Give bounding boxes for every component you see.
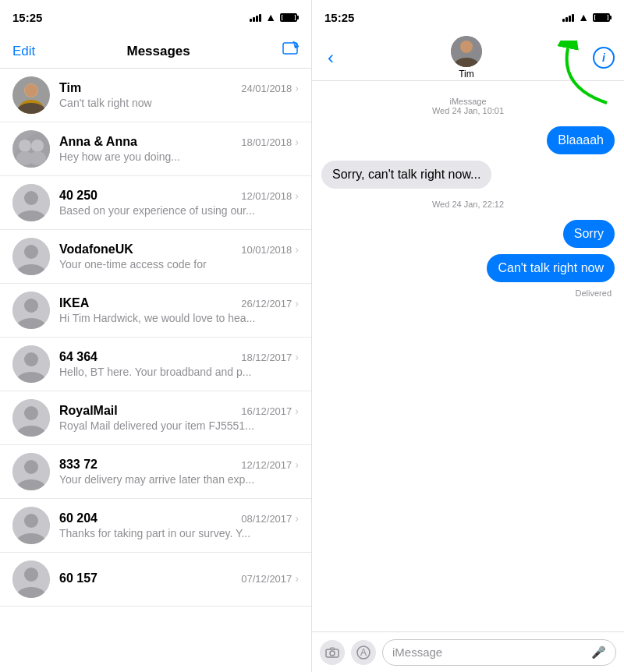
bubble-blaaaah: Blaaaah bbox=[547, 126, 615, 154]
signal-icon bbox=[250, 12, 261, 22]
status-icons-right: ▲ bbox=[562, 11, 612, 23]
contact-name-60204: 60 204 bbox=[59, 511, 98, 525]
contact-avatar bbox=[451, 36, 482, 67]
message-preview-83372: Your delivery may arrive later than exp.… bbox=[59, 473, 299, 486]
signal-icon-right bbox=[562, 12, 574, 22]
message-date-83372: 12/12/2017 › bbox=[241, 458, 299, 471]
mic-icon: 🎤 bbox=[591, 645, 606, 660]
svg-point-40 bbox=[330, 651, 335, 656]
svg-point-24 bbox=[24, 406, 38, 420]
message-input-field[interactable]: iMessage 🎤 bbox=[382, 639, 616, 666]
contact-name-royalmail: RoyalMail bbox=[59, 404, 118, 418]
svg-text:A: A bbox=[360, 647, 367, 658]
message-row-blaaaah: Blaaaah bbox=[321, 126, 615, 154]
message-content-60204: 60 204 08/12/2017 › Thanks for taking pa… bbox=[59, 511, 299, 539]
camera-button[interactable] bbox=[320, 640, 345, 665]
compose-icon[interactable] bbox=[282, 41, 299, 61]
header-date: Wed 24 Jan, 10:01 bbox=[432, 106, 504, 115]
message-content-40250: 40 250 12/01/2018 › Based on your experi… bbox=[59, 189, 299, 217]
message-item-ikea[interactable]: IKEA 26/12/2017 › Hi Tim Hardwick, we wo… bbox=[0, 284, 311, 338]
message-item-royalmail[interactable]: RoyalMail 16/12/2017 › Royal Mail delive… bbox=[0, 391, 311, 445]
bar1 bbox=[250, 19, 252, 22]
message-item-60204[interactable]: 60 204 08/12/2017 › Thanks for taking pa… bbox=[0, 499, 311, 553]
contact-name-40250: 40 250 bbox=[59, 189, 98, 203]
svg-point-30 bbox=[24, 514, 38, 528]
message-preview-40250: Based on your experience of using our... bbox=[59, 204, 299, 217]
message-content-83372: 833 72 12/12/2017 › Your delivery may ar… bbox=[59, 458, 299, 486]
avatar-64364 bbox=[12, 345, 50, 383]
message-content-royalmail: RoyalMail 16/12/2017 › Royal Mail delive… bbox=[59, 404, 299, 432]
chat-area: iMessage Wed 24 Jan, 10:01 Blaaaah Sorry… bbox=[312, 81, 624, 631]
contact-name-60157: 60 157 bbox=[59, 571, 98, 585]
battery-icon bbox=[280, 13, 299, 22]
message-date-vodafone: 10/01/2018 › bbox=[241, 243, 299, 256]
avatar-vodafone bbox=[12, 238, 50, 275]
bar2r bbox=[566, 17, 568, 22]
status-bar-left: 15:25 ▲ bbox=[0, 0, 311, 34]
contact-name-64364: 64 364 bbox=[59, 350, 98, 364]
message-preview-64364: Hello, BT here. Your broadband and p... bbox=[59, 366, 299, 378]
message-preview-royalmail: Royal Mail delivered your item FJ5551... bbox=[59, 419, 299, 432]
message-date-60204: 08/12/2017 › bbox=[241, 512, 299, 525]
bar4 bbox=[259, 14, 261, 22]
chat-header-timestamp: iMessage Wed 24 Jan, 10:01 bbox=[321, 97, 615, 115]
message-item-40250[interactable]: 40 250 12/01/2018 › Based on your experi… bbox=[0, 176, 311, 230]
message-row-cant-talk: Can't talk right now bbox=[321, 254, 615, 282]
svg-point-15 bbox=[24, 245, 38, 259]
svg-point-21 bbox=[24, 352, 38, 366]
wifi-icon-right: ▲ bbox=[578, 11, 589, 23]
message-preview-tim: Can't talk right now bbox=[59, 97, 299, 109]
message-date-anna: 18/01/2018 › bbox=[241, 136, 299, 148]
time-left: 15:25 bbox=[12, 11, 42, 24]
bar3r bbox=[569, 16, 571, 22]
message-item-83372[interactable]: 833 72 12/12/2017 › Your delivery may ar… bbox=[0, 445, 311, 499]
back-button[interactable]: ‹ bbox=[321, 44, 340, 72]
message-preview-60204: Thanks for taking part in our survey. Y.… bbox=[59, 527, 299, 539]
svg-point-10 bbox=[29, 151, 46, 165]
message-date-64364: 18/12/2017 › bbox=[241, 351, 299, 363]
bar1r bbox=[562, 19, 565, 22]
contact-info-center[interactable]: Tim bbox=[451, 36, 482, 80]
input-bar: A iMessage 🎤 bbox=[312, 631, 624, 672]
chat-mid-timestamp: Wed 24 Jan, 22:12 bbox=[321, 200, 615, 209]
message-date-40250: 12/01/2018 › bbox=[241, 189, 299, 202]
message-date-ikea: 26/12/2017 › bbox=[241, 297, 299, 309]
message-content-tim: Tim 24/01/2018 › Can't talk right now bbox=[59, 81, 299, 109]
svg-point-4 bbox=[25, 84, 37, 97]
message-date-60157: 07/12/2017 › bbox=[241, 572, 299, 585]
message-item-vodafone[interactable]: VodafoneUK 10/01/2018 › Your one-time ac… bbox=[0, 230, 311, 284]
bar2 bbox=[253, 17, 255, 22]
info-button[interactable]: i bbox=[593, 47, 615, 69]
imessage-label: iMessage bbox=[449, 97, 486, 106]
message-content-ikea: IKEA 26/12/2017 › Hi Tim Hardwick, we wo… bbox=[59, 296, 299, 324]
message-content-60157: 60 157 07/12/2017 › bbox=[59, 571, 299, 587]
svg-point-18 bbox=[24, 299, 38, 313]
avatar-anna bbox=[12, 130, 50, 168]
svg-point-9 bbox=[31, 140, 44, 152]
svg-point-33 bbox=[24, 568, 38, 582]
svg-point-7 bbox=[19, 140, 31, 152]
appstore-button[interactable]: A bbox=[351, 640, 376, 665]
contact-name-83372: 833 72 bbox=[59, 458, 98, 472]
nav-title: Messages bbox=[127, 44, 190, 59]
avatar-40250 bbox=[12, 184, 50, 221]
nav-bar-right: ‹ Tim i bbox=[312, 34, 624, 81]
bar4r bbox=[572, 14, 574, 22]
message-item-anna[interactable]: Anna & Anna 18/01/2018 › Hey how are you… bbox=[0, 122, 311, 176]
svg-point-27 bbox=[24, 460, 38, 474]
bubble-sorry-cant: Sorry, can't talk right now... bbox=[321, 161, 491, 189]
svg-rect-0 bbox=[283, 43, 297, 54]
message-date-royalmail: 16/12/2017 › bbox=[241, 405, 299, 417]
message-preview-ikea: Hi Tim Hardwick, we would love to hea... bbox=[59, 312, 299, 324]
messages-list-panel: 15:25 ▲ Edit Messages bbox=[0, 0, 312, 672]
message-preview-vodafone: Your one-time access code for bbox=[59, 258, 299, 271]
message-item-60157[interactable]: 60 157 07/12/2017 › bbox=[0, 553, 311, 607]
message-content-anna: Anna & Anna 18/01/2018 › Hey how are you… bbox=[59, 135, 299, 163]
message-content-64364: 64 364 18/12/2017 › Hello, BT here. Your… bbox=[59, 350, 299, 378]
edit-button[interactable]: Edit bbox=[12, 44, 35, 59]
message-item-tim[interactable]: Tim 24/01/2018 › Can't talk right now bbox=[0, 69, 311, 122]
wifi-icon: ▲ bbox=[265, 11, 276, 23]
message-item-64364[interactable]: 64 364 18/12/2017 › Hello, BT here. Your… bbox=[0, 338, 311, 391]
message-row-sorry-cant: Sorry, can't talk right now... bbox=[321, 161, 615, 189]
avatar-83372 bbox=[12, 453, 50, 490]
